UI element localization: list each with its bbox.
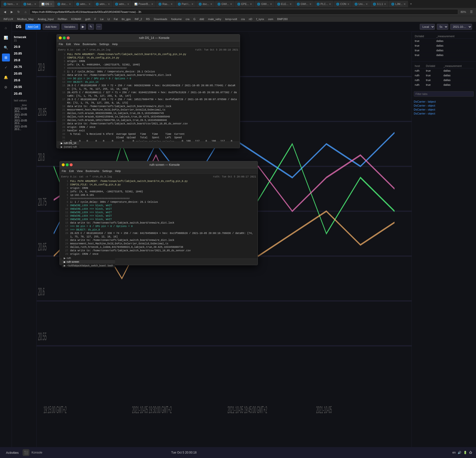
browser-tab-10[interactable]: 🌐doc...✕ — [196, 1, 215, 7]
bookmark-4[interactable]: KOMAR — [70, 17, 83, 21]
metric-item-4[interactable]: 20.65 — [12, 70, 36, 77]
browser-tab-0[interactable]: 🌐hem...✕ — [1, 1, 21, 7]
menu-bookmarks-1[interactable]: Bookmarks — [83, 43, 96, 46]
bookmark-14[interactable]: fookume — [170, 17, 183, 21]
filter-item-1[interactable]: DsCarrier - object — [414, 104, 474, 108]
gnome-activities[interactable]: Activities — [4, 450, 21, 456]
browser-tab-8[interactable]: 🌐Ras...✕ — [156, 1, 175, 7]
forward-button[interactable]: ▶ — [9, 9, 14, 15]
browser-tab-18[interactable]: 🌐Uni...✕ — [352, 1, 370, 7]
menu-button[interactable]: ☰ — [469, 9, 474, 15]
bookmark-12[interactable]: RS — [145, 17, 151, 21]
maximize-button-1[interactable] — [63, 36, 66, 39]
bookmark-19[interactable]: temp+volt — [224, 17, 238, 21]
bookmark-16[interactable]: G — [192, 17, 197, 21]
close-button-1[interactable] — [67, 36, 70, 39]
browser-tab-17[interactable]: 🌐CON✕ — [334, 1, 352, 7]
menu-view-1[interactable]: View — [74, 43, 80, 46]
bookmark-3[interactable]: RefMan — [56, 17, 69, 21]
terminal1-tab-0[interactable]: ▶ruth DS_14 — [59, 141, 79, 145]
bookmark-6[interactable]: F — [93, 17, 98, 21]
browser-tab-7[interactable]: 📊PowerB...✕ — [132, 1, 156, 7]
browser-tab-19[interactable]: 🌐3.1.1✕ — [370, 1, 388, 7]
minimize-button-2[interactable] — [62, 163, 65, 166]
browser-tab-20[interactable]: 🌐LJM...✕ — [389, 1, 408, 7]
terminal2-tab-1[interactable]: ▶ruth screen — [62, 260, 115, 264]
menu-file-1[interactable]: File — [59, 43, 63, 46]
browser-tab-13[interactable]: 🌐GWI...✕ — [255, 1, 274, 7]
sidebar-icon-tasks[interactable]: ✓ — [2, 63, 10, 71]
menu-settings-2[interactable]: Settings — [102, 170, 112, 172]
close-button-2[interactable] — [70, 163, 73, 166]
bookmark-21[interactable]: nD — [247, 17, 254, 21]
menu-view-2[interactable]: View — [77, 170, 83, 172]
browser-tab-4[interactable]: 🌐wtm...✕ — [74, 1, 93, 7]
metric-item-3[interactable]: 20.75 — [12, 63, 36, 70]
add-tab-button[interactable]: + — [408, 1, 414, 7]
bookmark-11[interactable]: INF_2 — [133, 17, 144, 21]
gnome-konsole-icon[interactable]: ⬛ — [23, 449, 30, 456]
bookmark-18[interactable]: male_vahy — [207, 17, 223, 21]
terminal-window-2[interactable]: ruth screen — Konsole File Edit View Boo… — [60, 161, 258, 265]
sidebar-icon-alerts[interactable]: 🔔 — [2, 73, 10, 81]
metric-item-2[interactable]: 20.8 — [12, 57, 36, 63]
metric-item-1[interactable]: 20.85 — [12, 50, 36, 57]
auto-refresh-toggle[interactable]: ▶ — [80, 24, 86, 30]
menu-help-1[interactable]: Help — [112, 43, 118, 46]
bookmark-2[interactable]: Analog_Input — [36, 17, 55, 21]
terminal-body-1[interactable]: Every 0.1s: cat -n * cron_ds_14.log ruth… — [57, 47, 240, 142]
filter-item-3[interactable]: DsCarrier - object — [414, 112, 474, 115]
terminal2-tab-0[interactable]: ▶ruth — [62, 256, 115, 260]
metric-item-0[interactable]: 20.9 — [12, 43, 36, 50]
browser-tab-6[interactable]: 🌐wtm...✕ — [113, 1, 132, 7]
edit-toggle[interactable]: ✎ — [88, 24, 94, 30]
terminal2-tab-2[interactable]: ▶~/soft/labjack/labjack_switch_board : b… — [62, 264, 115, 267]
browser-tab-14[interactable]: 🌐ELE...✕ — [275, 1, 294, 7]
browser-tab-1[interactable]: 🌐bat...✕ — [21, 1, 39, 7]
home-button[interactable]: ⌂ — [23, 9, 28, 15]
filter-tabs-input[interactable] — [414, 91, 474, 97]
filter-item-2[interactable]: DsCarrier - object — [414, 108, 474, 112]
menu-bookmarks-2[interactable]: Bookmarks — [86, 170, 99, 172]
address-bar[interactable]: https://ruth:8086/orgs/8dde90f5a16c4519/… — [30, 9, 458, 15]
browser-tab-11[interactable]: 🌐GWI...✕ — [215, 1, 235, 7]
sidebar-icon-explore[interactable]: 🔍 — [2, 44, 10, 52]
menu-settings-1[interactable]: Settings — [99, 43, 109, 46]
bookmark-5[interactable]: goth — [84, 17, 92, 21]
bookmark-7[interactable]: Lw — [99, 17, 105, 21]
metric-item-6[interactable]: 20.55 — [12, 84, 36, 90]
terminal1-tab-1[interactable]: ▶(conan) ruth — [59, 145, 79, 149]
maximize-button-2[interactable] — [66, 163, 69, 166]
locale-indicator[interactable]: en — [452, 451, 456, 454]
bookmark-13[interactable]: Downloads — [152, 17, 169, 21]
browser-tab-12[interactable]: 🌐EPE...✕ — [235, 1, 254, 7]
add-note-button[interactable]: Add Note — [43, 24, 60, 30]
more-options-button[interactable]: ⋯ — [96, 24, 102, 30]
sidebar-icon-home[interactable]: ⌂ — [2, 24, 10, 32]
back-button[interactable]: ◀ — [2, 9, 7, 15]
terminal-window-1[interactable]: ruth DS_14 — Konsole File Edit View Book… — [57, 34, 240, 148]
local-dropdown[interactable]: Local — [420, 24, 435, 30]
variables-button[interactable]: Variables — [61, 24, 78, 30]
interval-dropdown[interactable]: 5s — [437, 24, 448, 30]
browser-tab-16[interactable]: 🌐PLC...✕ — [314, 1, 334, 7]
sidebar-icon-settings[interactable]: ⚙ — [2, 83, 10, 91]
filter-item-0[interactable]: DsCarrier - labject — [414, 100, 474, 104]
add-cell-button[interactable]: Add Cell — [25, 24, 41, 30]
bookmark-1[interactable]: Modbus_Map — [16, 17, 35, 21]
browser-tab-3[interactable]: 🌐doc...✕ — [55, 1, 73, 7]
bookmark-20[interactable]: cra — [239, 17, 246, 21]
bookmark-24[interactable]: BMP280 — [276, 17, 289, 21]
bookmark-8[interactable]: Lt — [106, 17, 111, 21]
bookmark-23[interactable]: osm — [267, 17, 275, 21]
bookmark-0[interactable]: INFLUX — [2, 17, 15, 21]
browser-tab-5[interactable]: 🌐wtm...✕ — [93, 1, 112, 7]
power-icon[interactable]: ⏻ — [469, 451, 472, 454]
browser-tab-2[interactable]: 📊DS✕ — [39, 1, 55, 7]
menu-help-2[interactable]: Help — [115, 170, 121, 172]
minimize-button-1[interactable] — [59, 36, 62, 39]
sidebar-icon-boards[interactable]: ⊞ — [2, 54, 10, 61]
bookmark-17[interactable]: ddd — [198, 17, 206, 21]
refresh-button[interactable]: ↻ — [16, 9, 21, 15]
bookmark-9[interactable]: Fat — [112, 17, 119, 21]
